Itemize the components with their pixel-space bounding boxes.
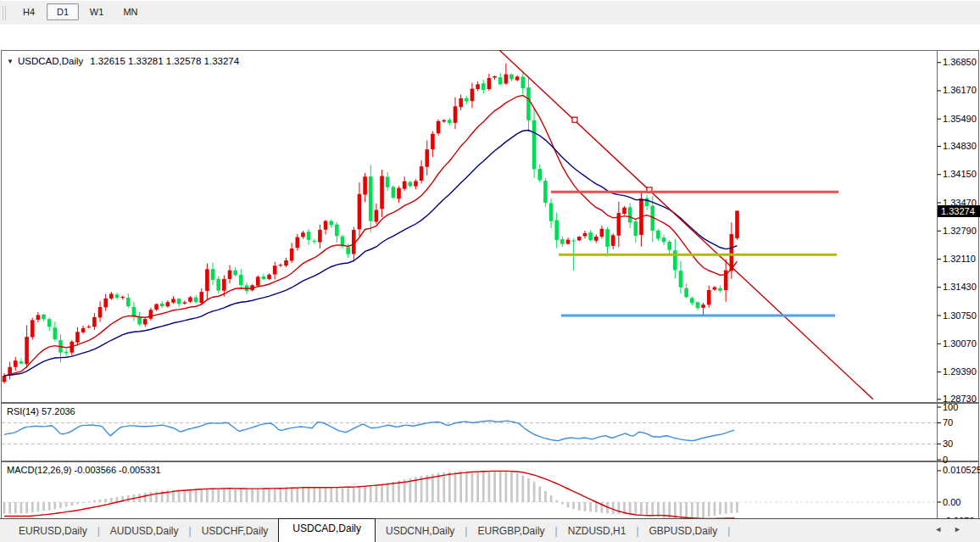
tab-scroll-left-icon[interactable]: ◄ [934,525,954,534]
price-tick-label: 1.34830 [943,141,977,151]
tab-gbpusd-daily[interactable]: GBPUSD,Daily [639,522,728,540]
tab-eurgbp-daily[interactable]: EURGBP,Daily [467,522,554,540]
chart-tabs: EURUSD,Daily|AUDUSD,Daily|USDCHF,DailyUS… [8,519,730,542]
price-tick-label: 1.29390 [943,366,977,377]
tab-scroll-nav: ◄► [934,525,973,534]
price-tick-label: 1.32110 [943,254,976,264]
price-tick-label: 1.34150 [943,169,977,179]
timeframe-button-d1[interactable]: D1 [47,3,79,20]
chart-ohlc-values: 1.32615 1.33281 1.32578 1.33274 [90,56,239,66]
macd-name: MACD(12,26,9) [7,465,71,475]
price-tick-label: 1.35490 [943,114,977,124]
macd-scale-label: 0.00 [943,497,961,507]
price-tick-label: 1.30070 [943,338,977,349]
tab-audusd-daily[interactable]: AUDUSD,Daily [100,522,189,540]
rsi-scale-label: 70 [943,417,953,427]
rsi-scale-label: 100 [943,402,958,412]
timeframe-button-h4[interactable]: H4 [13,3,45,20]
tab-scroll-right-icon[interactable]: ► [954,525,973,534]
timeframe-toolbar: H4D1W1MN [0,0,980,25]
macd-values: -0.003566 -0.005331 [74,465,160,475]
price-tick-label: 1.32790 [943,226,977,236]
tab-nzdusd-h1[interactable]: NZDUSD,H1 [558,522,637,540]
rsi-scale-label: 30 [943,439,953,449]
chart-symbol: USDCAD,Daily [18,56,83,66]
chart-ohlc-header: ▼USDCAD,Daily1.32615 1.33281 1.32578 1.3… [7,56,239,66]
macd-indicator-label: MACD(12,26,9) -0.003566 -0.005331 [7,465,161,475]
price-chart-canvas[interactable] [0,50,980,403]
symbol-dropdown-icon[interactable]: ▼ [7,58,14,65]
tab-usdcad-daily[interactable]: USDCAD,Daily [278,518,376,542]
rsi-scale-label: 0 [943,455,948,465]
price-tick-label: 1.36850 [943,57,977,67]
timeframe-button-w1[interactable]: W1 [81,3,113,20]
tab-usdchf-daily[interactable]: USDCHF,Daily [192,522,279,540]
toolbar-grip[interactable] [3,6,7,20]
rsi-indicator-label: RSI(14) 57.2036 [7,406,75,416]
trendline-anchor-handle[interactable] [572,117,577,122]
price-tick-label: 1.31430 [943,282,977,292]
timeframe-button-mn[interactable]: MN [114,3,147,20]
chart-window: ▼USDCAD,Daily1.32615 1.33281 1.32578 1.3… [0,25,980,518]
tab-usdcnh-daily[interactable]: USDCNH,Daily [376,522,465,540]
rsi-panel-canvas[interactable] [0,403,980,461]
chart-tab-bar: EURUSD,Daily|AUDUSD,Daily|USDCHF,DailyUS… [0,518,980,542]
price-tick-label: 1.30750 [943,310,977,321]
rsi-panel-frame [2,404,979,461]
timeframe-buttons: H4D1W1MN [12,3,148,20]
current-price-badge: 1.33274 [938,205,980,217]
rsi-name: RSI(14) [7,406,39,416]
price-tick-label: 1.36170 [943,85,977,95]
main-panel-frame [2,51,979,403]
tab-separator: | [727,525,730,537]
tab-eurusd-daily[interactable]: EURUSD,Daily [8,522,97,540]
rsi-value: 57.2036 [42,406,75,416]
macd-scale-label: 0.010525 [943,465,980,475]
